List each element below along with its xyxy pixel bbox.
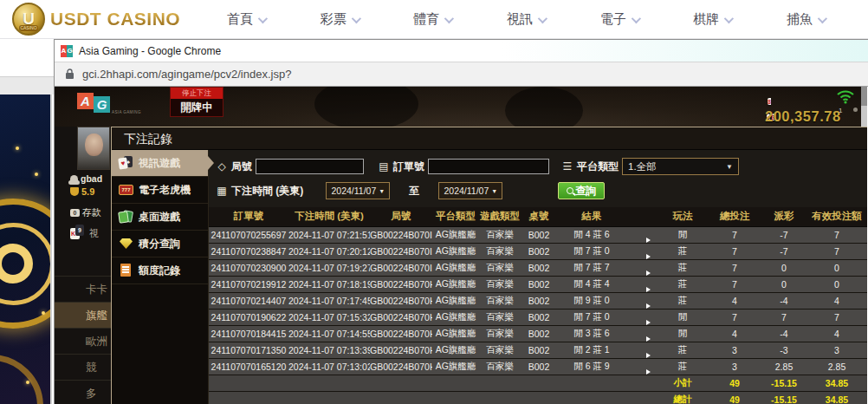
order-input[interactable] <box>428 159 549 174</box>
cell-result: 閒 3 莊 6 <box>557 325 626 342</box>
nav-item-home[interactable]: 首頁 <box>227 11 265 28</box>
deposit-button[interactable]: 0 存款 <box>70 206 101 219</box>
document-icon <box>119 264 133 277</box>
cell-platform: AG旗艦廳 <box>432 342 479 358</box>
platform-select-value: 1.全部 <box>628 160 657 173</box>
hall-item[interactable]: 多 <box>55 380 111 404</box>
cell-method: 莊 <box>657 342 708 358</box>
username-row: gbad <box>70 173 102 184</box>
subtotal-row-label: 小計 <box>657 375 708 391</box>
cell-result: 閒 7 莊 7 <box>557 259 626 276</box>
cell-payout: 2.85 <box>761 358 806 375</box>
ag-video-strip: A G ASIA GAMING 停止下注 開牌中 8♦8♦8♣8♣ 200,35… <box>55 87 867 127</box>
nav-item-slots[interactable]: 電子 <box>600 11 638 28</box>
table-row: 2411070702144072024-11-07 07:17:45GB0022… <box>209 292 867 309</box>
hall-item[interactable]: 歐洲 <box>55 328 111 354</box>
round-filter-label: 局號 <box>231 160 252 174</box>
video-tab-label: 視 <box>89 227 99 240</box>
cell-bet: 7 <box>708 226 761 243</box>
col-header-method: 玩法 <box>657 207 708 226</box>
cell-valid: 7 <box>806 226 867 243</box>
nav-item-live[interactable]: 視訊 <box>507 11 545 28</box>
search-button[interactable]: 查詢 <box>558 182 605 199</box>
date-from-picker[interactable]: 2024/11/07▼ <box>326 182 390 199</box>
cell-round: GB00224B070HU <box>370 325 432 342</box>
balance-row: 5.9 <box>70 186 94 197</box>
card-k-icon: K♥ <box>70 228 80 239</box>
hall-item[interactable]: 卡卡 <box>55 276 111 302</box>
date-to-picker[interactable]: 2024/11/07▼ <box>438 182 502 199</box>
sidebar-item-table-games[interactable]: 桌面遊戲 <box>112 204 208 231</box>
cell-platform: AG旗艦廳 <box>432 325 479 342</box>
platform-select[interactable]: 1.全部 ▼ <box>622 158 739 175</box>
brand-logo[interactable]: U CASINO USDT CASINO <box>12 3 180 36</box>
cell-time: 2024-11-07 07:20:12 <box>288 243 370 259</box>
col-header-payout: 派彩 <box>761 207 806 226</box>
sidebar-item-points-query[interactable]: 積分查詢 <box>112 231 208 257</box>
chevron-down-icon <box>724 13 734 23</box>
sidebar-item-video-games[interactable]: ♠♥視訊遊戲 <box>112 150 208 177</box>
table-row: 2411070701713502024-11-07 07:13:39GB0022… <box>209 342 867 358</box>
cell-round: GB00224B070HY <box>370 292 432 309</box>
top-navbar: U CASINO USDT CASINO 首頁彩票體育視訊電子棋牌捕魚 <box>0 0 868 39</box>
sidebar-item-quota-records[interactable]: 額度記錄 <box>112 257 208 284</box>
cell-time: 2024-11-07 07:21:51 <box>288 226 370 243</box>
cell-method: 莊 <box>657 358 708 375</box>
sidebar-item-slot-machines[interactable]: 777電子老虎機 <box>112 177 208 204</box>
cell-bet: 3 <box>708 358 761 375</box>
cell-result: 閒 6 莊 9 <box>557 358 626 375</box>
hall-item[interactable]: 旗艦 <box>55 302 111 328</box>
cell-order: 241107070230900 <box>209 259 288 276</box>
cell-valid: 7 <box>806 309 867 325</box>
bets-table: 訂單號下注時間 (美東)局號平台類型遊戲類型桌號結果玩法總投注派彩有效投注額 2… <box>209 207 867 404</box>
stack-icon: ☰ <box>561 160 573 173</box>
subtotal-row-valid: 34.85 <box>806 375 867 391</box>
cell-replay <box>626 292 657 309</box>
cell-platform: AG旗艦廳 <box>432 309 479 325</box>
cell-method: 莊 <box>657 292 708 309</box>
col-header-result: 結果 <box>557 207 626 226</box>
cell-round: GB00224B070I2 <box>370 243 432 259</box>
total-row-payout: -15.15 <box>761 391 806 404</box>
url-text: gci.2hhapi.com/agingame/pcv2/index.jsp? <box>82 68 291 81</box>
nav-item-fishing[interactable]: 捕魚 <box>787 11 825 28</box>
cell-replay <box>626 259 657 276</box>
ag-favicon-icon: AG <box>61 45 73 57</box>
stop-betting-label: 停止下注 <box>171 88 223 99</box>
round-input[interactable] <box>256 159 364 174</box>
cell-order: 241107070238847 <box>209 243 288 259</box>
cell-result: 閒 2 莊 1 <box>557 342 626 358</box>
cell-game: 百家樂 <box>479 226 521 243</box>
table-row: 2411070702556972024-11-07 07:21:51GB0022… <box>209 226 867 243</box>
cell-order: 241107070184415 <box>209 325 288 342</box>
video-tab[interactable]: K♥ 視 <box>70 227 99 240</box>
cell-order: 241107070190622 <box>209 309 288 325</box>
cell-bet: 7 <box>708 243 761 259</box>
hall-item[interactable]: 競 <box>55 354 111 380</box>
cell-payout: 7 <box>761 309 806 325</box>
cell-tableno: B002 <box>521 259 557 276</box>
nav-item-sports[interactable]: 體育 <box>413 11 451 28</box>
nav-item-board[interactable]: 棋牌 <box>693 11 731 28</box>
table-row: 2411070702199122024-11-07 07:18:19GB0022… <box>209 276 867 292</box>
cell-method: 莊 <box>657 243 708 259</box>
money-bag-icon <box>70 187 79 196</box>
nav-item-lottery[interactable]: 彩票 <box>321 11 359 28</box>
cell-platform: AG旗艦廳 <box>432 292 479 309</box>
address-bar[interactable]: gci.2hhapi.com/agingame/pcv2/index.jsp? <box>55 62 868 87</box>
page-section-divider <box>0 76 54 94</box>
cell-valid: 7 <box>806 243 867 259</box>
cell-game: 百家樂 <box>479 243 521 259</box>
cell-replay <box>626 358 657 375</box>
cell-replay <box>626 325 657 342</box>
cell-order: 241107070255697 <box>209 226 288 243</box>
cell-tableno: B002 <box>521 276 557 292</box>
scrollbar[interactable] <box>861 87 867 127</box>
cell-game: 百家樂 <box>479 276 521 292</box>
chevron-down-icon: ▼ <box>491 188 497 194</box>
subtotal-row-payout: -15.15 <box>761 375 806 391</box>
table-row: 2411070701844152024-11-07 07:14:55GB0022… <box>209 325 867 342</box>
cell-round: GB00224B070HS <box>370 342 432 358</box>
table-row: 2411070701651202024-11-07 07:13:02GB0022… <box>209 358 867 375</box>
main-nav: 首頁彩票體育視訊電子棋牌捕魚 <box>227 0 825 39</box>
